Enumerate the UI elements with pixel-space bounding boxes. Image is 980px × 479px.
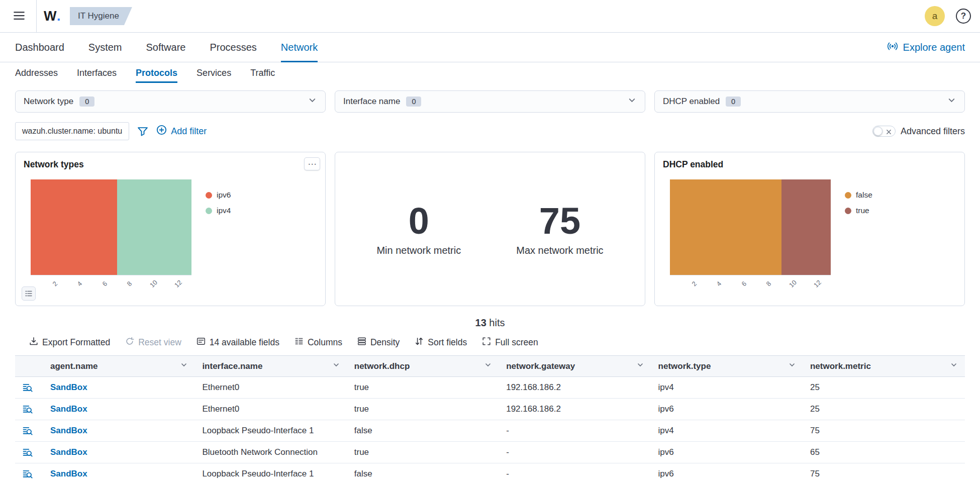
filter-selects-row: Network type 0 Interface name 0 DHCP ena… (15, 90, 965, 113)
sort-fields-button[interactable]: Sort fields (415, 337, 467, 348)
network-gateway-cell: - (499, 463, 651, 479)
axis-tick-label: 12 (813, 278, 823, 289)
chevron-down-icon (484, 361, 492, 371)
hamburger-icon (13, 10, 25, 23)
cluster-filter-pill[interactable]: wazuh.cluster.name: ubuntu (15, 122, 129, 140)
tab-processes[interactable]: Processes (210, 33, 256, 62)
agent-name-link[interactable]: SandBox (50, 426, 87, 435)
network-type-filter[interactable]: Network type 0 (15, 90, 326, 113)
legend-dot (845, 192, 851, 199)
columns-button[interactable]: Columns (295, 337, 342, 348)
toolbar-label: Density (370, 337, 400, 348)
inspect-document-icon[interactable] (22, 426, 33, 436)
table-row: SandBox Loopback Pseudo-Interface 1 fals… (15, 420, 965, 442)
toggle-knob (873, 127, 883, 136)
results-section: 13 hits Export Formatted Reset view 14 a… (15, 317, 965, 479)
tab-system[interactable]: System (88, 33, 122, 62)
agent-name-link[interactable]: SandBox (50, 469, 87, 478)
max-metric: 75 Max network metric (516, 202, 603, 256)
subtab-addresses[interactable]: Addresses (15, 64, 58, 83)
min-metric: 0 Min network metric (376, 202, 461, 256)
filter-label: Interface name (343, 97, 400, 107)
panel-title: DHCP enabled (663, 159, 956, 170)
panel-options-button[interactable]: ⋯ (304, 157, 320, 170)
agent-name-link[interactable]: SandBox (50, 382, 87, 392)
interface-name-cell: Ethernet0 (195, 399, 347, 420)
network-dhcp-cell: false (347, 463, 499, 479)
chevron-down-icon (332, 361, 340, 371)
legend-label: ipv4 (217, 206, 231, 215)
advanced-filters-label: Advanced filters (901, 126, 965, 137)
export-formatted-button[interactable]: Export Formatted (29, 337, 110, 348)
agent-name-link[interactable]: SandBox (50, 404, 87, 414)
table-row: SandBox Ethernet0 true 192.168.186.2 ipv… (15, 377, 965, 399)
x-axis: 24681012 (31, 275, 191, 295)
reset-view-button[interactable]: Reset view (125, 337, 181, 348)
dhcp-enabled-filter[interactable]: DHCP enabled 0 (654, 90, 965, 113)
axis-tick-label: 4 (76, 280, 84, 288)
wazuh-logo[interactable]: W. (44, 9, 61, 24)
column-header-agent-name[interactable]: agent.name (43, 356, 195, 377)
toolbar-label: Sort fields (428, 337, 467, 348)
agent-name-link[interactable]: SandBox (50, 447, 87, 457)
column-header-network-dhcp[interactable]: network.dhcp (347, 356, 499, 377)
tab-dashboard[interactable]: Dashboard (15, 33, 64, 62)
tab-software[interactable]: Software (146, 33, 186, 62)
legend-item-ipv4[interactable]: ipv4 (206, 206, 231, 215)
avatar[interactable]: a (925, 6, 945, 26)
max-metric-value: 75 (516, 202, 603, 241)
network-gateway-cell: 192.168.186.2 (499, 399, 651, 420)
advanced-filters-toggle[interactable] (872, 126, 896, 137)
sort-icon (415, 337, 424, 348)
axis-tick-label: 2 (51, 280, 59, 288)
min-metric-label: Min network metric (376, 245, 461, 256)
interface-name-filter[interactable]: Interface name 0 (335, 90, 645, 113)
chevron-down-icon (180, 361, 188, 371)
subtab-interfaces[interactable]: Interfaces (77, 64, 117, 83)
interface-name-cell: Ethernet0 (195, 377, 347, 399)
inspect-document-icon[interactable] (22, 447, 33, 458)
network-types-panel: Network types ⋯ 24681012 ipv6 ipv4 (15, 152, 326, 306)
breadcrumb[interactable]: IT Hygiene (70, 7, 132, 25)
legend-item-ipv6[interactable]: ipv6 (206, 190, 231, 200)
network-type-cell: ipv6 (651, 463, 803, 479)
menu-button[interactable] (9, 6, 29, 26)
network-gateway-cell: 192.168.186.2 (499, 377, 651, 399)
axis-tick-label: 8 (125, 280, 133, 288)
column-header-network-metric[interactable]: network.metric (803, 356, 965, 377)
legend-toggle-button[interactable] (22, 286, 36, 301)
plus-circle-icon (156, 125, 167, 138)
filter-funnel-icon[interactable] (137, 126, 148, 137)
column-header-network-type[interactable]: network.type (651, 356, 803, 377)
legend-dot (206, 192, 212, 199)
sub-tabs: Addresses Interfaces Protocols Services … (0, 62, 980, 84)
subtab-services[interactable]: Services (197, 64, 231, 83)
full-screen-button[interactable]: Full screen (482, 337, 538, 348)
column-header-interface-name[interactable]: interface.name (195, 356, 347, 377)
help-icon[interactable]: ? (956, 9, 971, 24)
inspect-document-icon[interactable] (22, 469, 33, 479)
subtab-protocols[interactable]: Protocols (136, 64, 177, 83)
axis-tick-label: 6 (740, 280, 748, 288)
legend-item-false[interactable]: false (845, 190, 872, 200)
add-filter-button[interactable]: Add filter (156, 125, 207, 138)
tab-network[interactable]: Network (281, 33, 318, 62)
bar-segment-ipv4 (117, 179, 191, 275)
legend-item-true[interactable]: true (845, 206, 872, 215)
inspect-document-icon[interactable] (22, 382, 33, 393)
top-bar: W. IT Hygiene a ? (0, 0, 980, 33)
network-gateway-cell: - (499, 442, 651, 463)
columns-icon (295, 337, 304, 348)
legend-label: ipv6 (217, 190, 231, 200)
axis-tick-label: 6 (101, 280, 109, 288)
hits-number: 13 (475, 317, 486, 328)
explore-agent-button[interactable]: Explore agent (887, 33, 965, 62)
network-type-cell: ipv4 (651, 377, 803, 399)
column-header-network-gateway[interactable]: network.gateway (499, 356, 651, 377)
subtab-traffic[interactable]: Traffic (250, 64, 275, 83)
available-fields-button[interactable]: 14 available fields (197, 337, 279, 348)
density-button[interactable]: Density (357, 337, 400, 348)
inspect-document-icon[interactable] (22, 404, 33, 415)
network-dhcp-cell: true (347, 377, 499, 399)
broadcast-icon (887, 40, 899, 55)
